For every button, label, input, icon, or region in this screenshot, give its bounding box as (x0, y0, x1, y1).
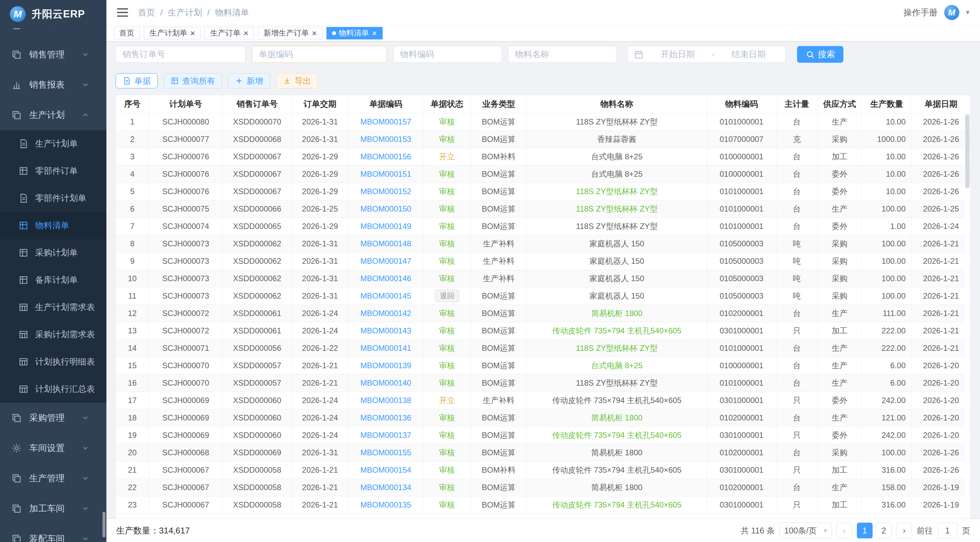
page-size-select[interactable]: 100条/页 ▾ (780, 523, 832, 539)
status-badge: 审核 (439, 274, 455, 283)
avatar[interactable]: M (944, 5, 959, 20)
doc-code-link[interactable]: MBOM000139 (360, 361, 411, 370)
sidebar-item-8[interactable]: 装配车间 (0, 524, 107, 542)
doc-code-link[interactable]: MBOM000149 (360, 222, 411, 231)
sidebar-subitem-0[interactable]: 生产计划单 (0, 130, 107, 157)
doc-code-link[interactable]: MBOM000136 (360, 413, 411, 422)
sidebar-item-1[interactable]: 销售管理 (0, 40, 107, 70)
doc-code-link[interactable]: MBOM000140 (360, 378, 411, 387)
breadcrumb-item-current: 物料清单 (215, 7, 249, 18)
cell-sales_no: XSDD000068 (223, 131, 292, 148)
doc-code-link[interactable]: MBOM000155 (360, 448, 411, 457)
search-button[interactable]: 搜索 (797, 46, 843, 63)
sidebar-item-4[interactable]: 采购管理 (0, 403, 107, 433)
doc-code-link[interactable]: MBOM000143 (360, 326, 411, 335)
table-row: 12SCJH000072XSDD0000612026-1-24MBOM00014… (116, 304, 970, 322)
table-row: 16SCJH000070XSDD0000572026-1-21MBOM00014… (116, 374, 970, 392)
sidebar-subitem-5[interactable]: 备库计划单 (0, 266, 107, 294)
cell-material_code: 0105000003 (707, 252, 776, 270)
sidebar-subitem-1[interactable]: 零部件订单 (0, 157, 107, 185)
page-button-1[interactable]: 1 (857, 523, 873, 539)
sales-order-input[interactable] (116, 46, 246, 63)
cell-material_name: 台式电脑 8+25 (527, 357, 707, 374)
col-plan_no: 计划单号 (149, 95, 222, 113)
material-code-input[interactable] (393, 46, 502, 63)
sidebar-item-6[interactable]: 生产管理 (0, 463, 107, 493)
chevron-down-icon[interactable]: ▾ (966, 8, 969, 17)
sidebar-item-7[interactable]: 加工车间 (0, 493, 107, 524)
status-badge: 审核 (439, 465, 455, 474)
status-badge: 审核 (439, 222, 455, 231)
doc-code-link[interactable]: MBOM000153 (360, 135, 411, 143)
sidebar-subitem-4[interactable]: 采购计划单 (0, 239, 107, 266)
sidebar-subitem-9[interactable]: 计划执行汇总表 (0, 375, 107, 403)
goto-page-input[interactable] (938, 523, 957, 539)
cell-sales_no: XSDD000062 (223, 287, 292, 304)
tab-0[interactable]: 首页 (114, 27, 140, 40)
doc-code-link[interactable]: MBOM000135 (360, 500, 411, 509)
tab-1[interactable]: 生产计划单× (144, 27, 200, 40)
doc-code-link[interactable]: MBOM000147 (360, 257, 411, 265)
hamburger-menu-icon[interactable] (117, 8, 128, 17)
doc-code-link[interactable]: MBOM000148 (360, 239, 411, 248)
doc-code-link[interactable]: MBOM000152 (360, 187, 411, 196)
doc-code-link[interactable]: MBOM000150 (360, 204, 411, 213)
doc-code-link[interactable]: MBOM000154 (360, 465, 411, 474)
breadcrumb-item-plan[interactable]: 生产计划 (168, 7, 202, 18)
sidebar-menu: 研发管理销售管理销售报表生产计划生产计划单零部件订单零部件计划单物料清单采购计划… (0, 9, 107, 542)
tab-4[interactable]: 物料清单× (326, 27, 383, 40)
sidebar-item-2[interactable]: 销售报表 (0, 70, 107, 100)
cell-qty: 222.00 (862, 340, 912, 357)
close-icon[interactable]: × (190, 29, 195, 37)
sidebar-item-label: 加工车间 (29, 502, 81, 515)
cell-material_code: 0101000001 (707, 200, 776, 217)
sidebar-subitem-6[interactable]: 生产计划需求表 (0, 294, 107, 321)
tab-3[interactable]: 新增生产订单× (258, 27, 322, 40)
breadcrumb-item-home[interactable]: 首页 (138, 7, 155, 18)
next-page-button[interactable]: › (896, 523, 912, 539)
page-button-2[interactable]: 2 (876, 523, 892, 539)
table-row: 15SCJH000070XSDD0000572026-1-21MBOM00013… (116, 357, 970, 374)
cell-plan_no: SCJH000071 (149, 340, 222, 357)
cell-qty: 10.00 (862, 183, 912, 200)
cell-doc_date: 2026-1-24 (912, 217, 970, 235)
material-name-input[interactable] (508, 46, 617, 63)
doc-button[interactable]: 单据 (116, 73, 158, 88)
sidebar-subitem-3[interactable]: 物料清单 (0, 212, 107, 239)
cell-sales_no: XSDD000057 (223, 357, 292, 374)
table-row: 14SCJH000071XSDD0000562026-1-22MBOM00014… (116, 340, 970, 357)
query-all-button[interactable]: 查询所有 (164, 73, 222, 88)
tab-2[interactable]: 生产订单× (205, 27, 254, 40)
close-icon[interactable]: × (312, 29, 317, 37)
table-scrollbar-thumb[interactable] (965, 114, 969, 188)
doc-code-link[interactable]: MBOM000151 (360, 169, 411, 179)
doc-code-link[interactable]: MBOM000134 (360, 483, 411, 492)
date-range-picker[interactable]: 开始日期 - 结束日期 (628, 46, 786, 63)
doc-code-link[interactable]: MBOM000137 (360, 430, 411, 440)
status-badge: 审核 (439, 257, 455, 265)
table-scrollbar-track (965, 114, 969, 517)
export-button[interactable]: 导出 (276, 73, 318, 88)
add-button[interactable]: 新增 (228, 73, 270, 88)
cell-qty: 10.00 (862, 165, 912, 183)
prev-page-button[interactable]: ‹ (837, 523, 852, 539)
close-icon[interactable]: × (243, 29, 248, 37)
cell-qty: 6.00 (862, 357, 912, 374)
col-material_code: 物料编码 (707, 95, 776, 113)
close-icon[interactable]: × (372, 29, 377, 37)
sidebar-item-5[interactable]: 车间设置 (0, 433, 107, 463)
sidebar-scrollbar[interactable] (102, 512, 105, 537)
doc-code-link[interactable]: MBOM000157 (360, 117, 411, 126)
doc-code-link[interactable]: MBOM000142 (360, 309, 411, 318)
doc-code-input[interactable] (252, 46, 387, 63)
sidebar-subitem-2[interactable]: 零部件计划单 (0, 185, 107, 212)
doc-code-link[interactable]: MBOM000141 (360, 344, 411, 352)
sidebar-subitem-8[interactable]: 计划执行明细表 (0, 348, 107, 375)
doc-code-link[interactable]: MBOM000145 (360, 292, 411, 300)
sidebar-item-3[interactable]: 生产计划 (0, 100, 107, 130)
doc-code-link[interactable]: MBOM000146 (360, 274, 411, 283)
doc-code-link[interactable]: MBOM000156 (360, 152, 411, 161)
doc-code-link[interactable]: MBOM000138 (360, 396, 411, 405)
sidebar-subitem-7[interactable]: 采购计划需求表 (0, 321, 107, 348)
manual-link[interactable]: 操作手册 (904, 7, 938, 18)
